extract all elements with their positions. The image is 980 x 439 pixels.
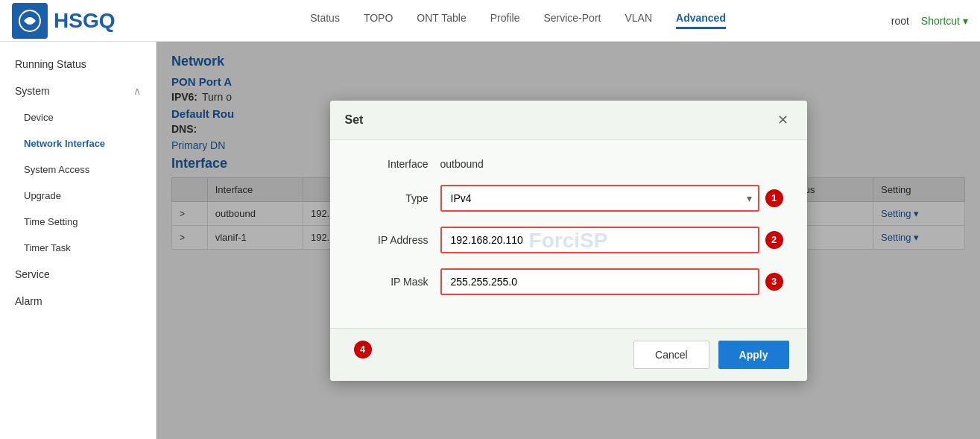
form-interface-row: Interface outbound (354, 158, 783, 170)
form-type-row: Type IPv4 IPv6 ▾ 1 (354, 185, 783, 212)
form-ip-mask-row: IP Mask 3 (354, 268, 783, 295)
ip-address-label: IP Address (354, 234, 429, 246)
nav-vlan[interactable]: VLAN (625, 12, 652, 29)
sidebar-item-alarm[interactable]: Alarm (0, 288, 156, 315)
logo-icon (12, 3, 48, 39)
close-icon[interactable]: ✕ (774, 111, 792, 129)
ip-address-input[interactable] (440, 227, 759, 253)
step-badge-2: 2 (765, 231, 783, 249)
step-badge-4: 4 (354, 341, 372, 359)
brand-name: HSGQ (54, 9, 115, 33)
type-select-wrapper: IPv4 IPv6 ▾ (440, 185, 759, 212)
step-badge-1: 1 (765, 189, 783, 207)
set-modal: Set ✕ Interface outbound Type IPv4 (330, 101, 807, 381)
interface-label: Interface (354, 158, 429, 170)
chevron-down-icon: ▾ (963, 15, 968, 27)
modal-footer: 4 Cancel Apply (330, 328, 807, 381)
nav-service-port[interactable]: Service-Port (543, 12, 601, 29)
sidebar-item-system-access[interactable]: System Access (0, 157, 156, 183)
nav-right: root Shortcut ▾ (891, 15, 968, 27)
collapse-icon: ∧ (133, 85, 141, 97)
sidebar: Running Status System ∧ Device Network I… (0, 42, 157, 439)
apply-button[interactable]: Apply (718, 341, 789, 369)
nav-links: Status TOPO ONT Table Profile Service-Po… (145, 12, 891, 29)
cancel-button[interactable]: Cancel (633, 341, 709, 369)
form-ip-address-row: IP Address 2 (354, 227, 783, 253)
nav-shortcut[interactable]: Shortcut ▾ (921, 15, 968, 27)
logo-area: HSGQ (12, 3, 115, 39)
modal-header: Set ✕ (330, 101, 807, 140)
nav-status[interactable]: Status (310, 12, 340, 29)
sidebar-item-upgrade[interactable]: Upgrade (0, 183, 156, 209)
type-select[interactable]: IPv4 IPv6 (440, 185, 759, 212)
nav-topo[interactable]: TOPO (364, 12, 393, 29)
type-label: Type (354, 192, 429, 204)
interface-value: outbound (440, 158, 484, 170)
nav-profile[interactable]: Profile (490, 12, 520, 29)
modal-title: Set (345, 113, 364, 127)
ip-mask-label: IP Mask (354, 276, 429, 288)
sidebar-item-time-setting[interactable]: Time Setting (0, 209, 156, 235)
main-content: Network PON Port A IPV6: Turn o Default … (157, 42, 980, 439)
sidebar-item-timer-task[interactable]: Timer Task (0, 235, 156, 261)
modal-overlay: Set ✕ Interface outbound Type IPv4 (157, 42, 980, 439)
main-layout: Running Status System ∧ Device Network I… (0, 42, 980, 439)
nav-ont-table[interactable]: ONT Table (417, 12, 466, 29)
sidebar-item-device[interactable]: Device (0, 104, 156, 130)
modal-body: Interface outbound Type IPv4 IPv6 ▾ (330, 140, 807, 328)
nav-advanced[interactable]: Advanced (676, 12, 726, 29)
sidebar-item-system[interactable]: System ∧ (0, 78, 156, 104)
step-badge-3: 3 (765, 273, 783, 291)
sidebar-item-service[interactable]: Service (0, 261, 156, 288)
nav-user: root (891, 15, 909, 27)
sidebar-item-network-interface[interactable]: Network Interface (0, 130, 156, 157)
sidebar-item-running-status[interactable]: Running Status (0, 51, 156, 78)
ip-mask-input[interactable] (440, 268, 759, 295)
top-navigation: HSGQ Status TOPO ONT Table Profile Servi… (0, 0, 980, 42)
